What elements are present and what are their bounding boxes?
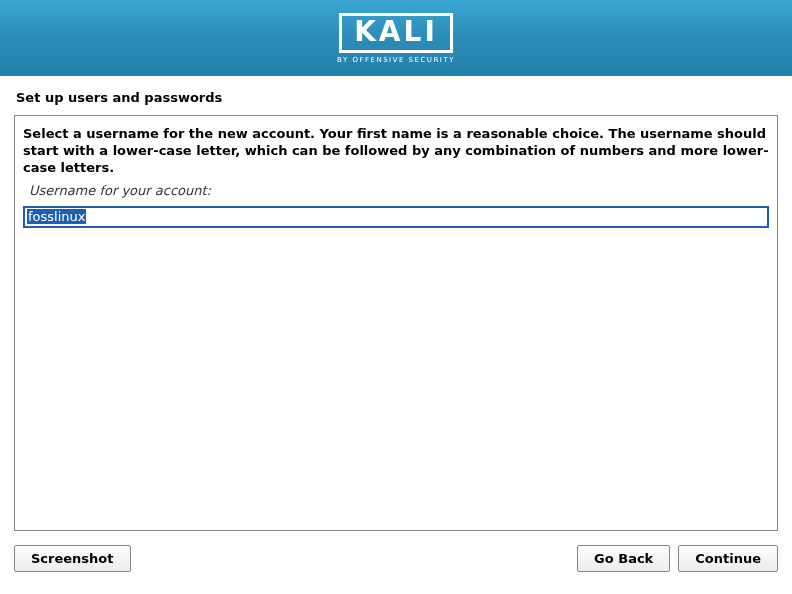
kali-logo-subtitle: BY OFFENSIVE SECURITY [337, 56, 455, 64]
username-field-label: Username for your account: [29, 183, 769, 198]
header-banner: KALI BY OFFENSIVE SECURITY [0, 0, 792, 76]
content-box: Select a username for the new account. Y… [14, 115, 778, 531]
kali-logo: KALI BY OFFENSIVE SECURITY [337, 13, 455, 64]
button-bar: Screenshot Go Back Continue [0, 531, 792, 572]
kali-logo-text: KALI [354, 18, 438, 46]
username-value-selected: fosslinux [27, 209, 86, 224]
screenshot-button[interactable]: Screenshot [14, 545, 131, 572]
button-bar-right: Go Back Continue [577, 545, 778, 572]
continue-button[interactable]: Continue [678, 545, 778, 572]
instruction-text: Select a username for the new account. Y… [23, 126, 769, 177]
go-back-button[interactable]: Go Back [577, 545, 670, 572]
username-input[interactable]: fosslinux [23, 206, 769, 228]
page-title: Set up users and passwords [0, 76, 792, 115]
kali-logo-box: KALI [339, 13, 453, 53]
